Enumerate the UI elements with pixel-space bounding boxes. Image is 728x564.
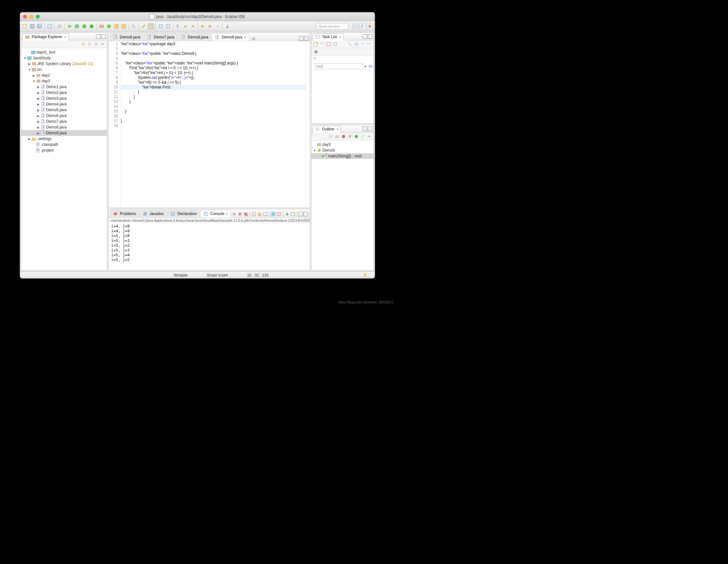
clear-console-icon[interactable] [251,211,256,217]
pin-button[interactable] [224,23,231,29]
terminate-icon[interactable] [232,211,237,217]
debug-perspective-button[interactable] [367,23,373,29]
highlight-button[interactable] [148,23,154,29]
tree-item-settings[interactable]: ▶.settings [21,136,107,142]
word-wrap-icon[interactable] [263,211,268,217]
wand-button[interactable] [140,23,147,29]
coverage-button[interactable] [81,23,87,29]
focus-icon[interactable] [333,42,338,47]
annotation-next-button[interactable] [182,23,189,29]
problems-tab[interactable]: !Problems [110,210,139,217]
scroll-lock-icon[interactable] [257,211,262,217]
sort-icon[interactable]: az [335,134,340,139]
outline-class[interactable]: ▼CDemo9 [311,147,374,153]
tree-item-day01[interactable]: day01_test [21,49,107,55]
run-button[interactable] [74,23,80,29]
toggle-breadcrumb-button[interactable] [46,23,53,29]
overview-ruler[interactable] [305,41,310,208]
collapse-all-icon[interactable] [81,42,86,47]
more-tabs-button[interactable]: »5 [250,37,257,41]
close-icon[interactable]: ✕ [336,128,339,131]
minimize-console-button[interactable] [298,212,303,216]
tree-item-day3[interactable]: ▼day3 [21,78,107,84]
maximize-view-button[interactable] [101,34,106,39]
task-find-input[interactable] [314,63,363,69]
tree-item-day2[interactable]: ▶day2 [21,72,107,78]
outline-tab[interactable]: Outline ✕ [313,126,341,133]
viewmenu-icon[interactable] [367,42,372,47]
minimize-editor-button[interactable] [299,36,303,41]
editor-tab[interactable]: JDemo6.java [110,33,143,41]
minimize-window-button[interactable] [29,15,33,19]
editor-tab[interactable]: JDemo9.java✕ [212,33,249,41]
tree-item-jre[interactable]: ▶JRE System Library [JavaSE-11] [21,61,107,67]
declaration-tab[interactable]: Declaration [167,210,200,217]
remove-launch-icon[interactable] [237,211,243,217]
remove-all-icon[interactable] [243,211,248,217]
maximize-view-button[interactable] [368,127,372,131]
close-icon[interactable]: ✕ [339,35,342,39]
close-icon[interactable]: ✕ [64,35,67,39]
open-console-icon[interactable] [285,211,290,217]
display-console-icon[interactable] [277,211,282,217]
minimize-view-button[interactable] [96,34,101,39]
console-tab[interactable]: >_Console✕ [200,210,231,217]
hide-fields-icon[interactable] [341,134,346,139]
focus-outline-icon[interactable] [328,134,333,139]
search-button[interactable] [130,23,137,29]
tree-item-file[interactable]: ▶JDemo3.java [21,95,107,101]
schedule-icon[interactable] [326,42,331,47]
tree-item-file[interactable]: ▶JDemo4.java [21,101,107,107]
outline-method[interactable]: Smain(String[]) : void [311,153,374,159]
open-perspective-button[interactable] [352,23,359,29]
open-folder-button[interactable] [120,23,127,29]
tasklist-tab[interactable]: Task List ✕ [313,33,344,40]
link-editor-icon[interactable] [87,42,92,47]
tip-icon[interactable] [353,273,372,278]
new-package-button[interactable] [98,23,105,29]
toggle-block-button[interactable] [158,23,164,29]
collapse-icon[interactable] [360,42,365,47]
tree-item-file[interactable]: ▶JDemo1.java [21,84,107,90]
new-class-button[interactable] [106,23,112,29]
maximize-console-button[interactable] [303,212,308,216]
quick-access-input[interactable]: Quick Access [316,23,348,29]
focus-task-icon[interactable] [94,42,99,47]
chevron-down-icon[interactable]: ▾ [314,56,316,60]
categorize-icon[interactable] [320,42,325,47]
pin-console-icon[interactable] [271,211,276,217]
all-link[interactable]: All [368,64,372,68]
viewmenu-icon[interactable] [367,134,372,139]
tree-item-file[interactable]: ▶JDemo8.java [21,124,107,130]
console-output[interactable]: i=4, j=8 i=4, j=9 i=5, j=0 i=5, j=1 i=5,… [109,223,310,270]
zoom-window-button[interactable] [36,15,40,19]
package-explorer-tab[interactable]: Package Explorer ✕ [22,33,69,40]
hide-static-icon[interactable]: S [347,134,352,139]
minimize-view-button[interactable] [363,127,367,131]
tree-item-file[interactable]: ▶JDemo2.java [21,90,107,95]
hide-icon[interactable] [347,42,352,47]
sync-icon[interactable] [354,42,359,47]
minimize-view-button[interactable] [363,34,367,39]
maximize-editor-button[interactable] [304,36,309,41]
tree-item-file[interactable]: ▶JDemo7.java [21,119,107,124]
editor-tab[interactable]: JDemo8.java [178,33,211,41]
editor-tab[interactable]: JDemo7.java [144,33,177,41]
back-button[interactable] [207,23,213,29]
new-task-icon[interactable] [313,42,319,47]
close-icon[interactable]: ✕ [226,212,228,216]
task-filter-icon[interactable] [313,49,319,54]
line-number-gutter[interactable]: 123456789101112131415161718 [109,41,121,208]
open-type-button[interactable] [113,23,120,29]
pilcrow-button[interactable]: ¶ [175,23,181,29]
run-last-button[interactable] [88,23,95,29]
hide-nonpublic-icon[interactable] [354,134,359,139]
tree-item-file[interactable]: ▶JDemo5.java [21,107,107,113]
tree-item-classpath[interactable]: x.classpath [21,142,107,147]
tree-item-file[interactable]: ▶JDemo9.java [21,130,107,136]
show-whitespace-button[interactable] [165,23,171,29]
maximize-view-button[interactable] [368,34,372,39]
annotation-prev-button[interactable] [190,23,196,29]
back-to-button[interactable] [200,23,206,29]
outline-package[interactable]: day3 [311,142,374,147]
